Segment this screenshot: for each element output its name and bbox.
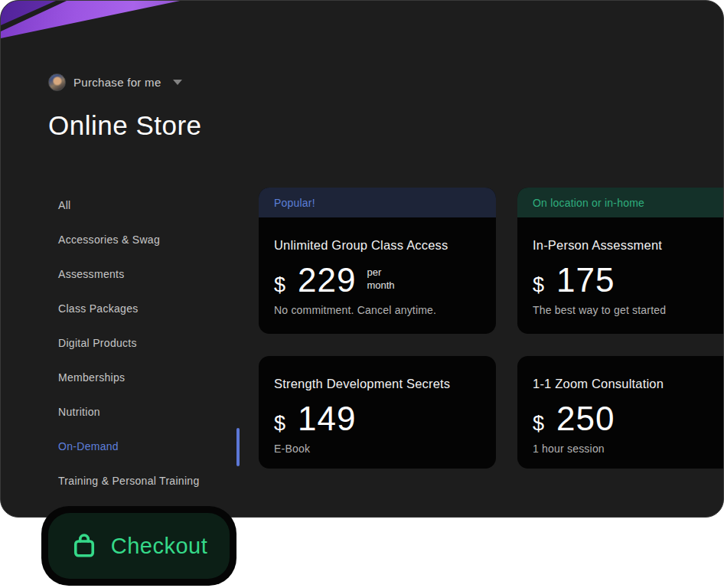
store-panel: Purchase for me Online Store All Accesso… [0,0,724,518]
price-period-line2: month [367,279,394,292]
price-amount: 149 [298,402,356,436]
popular-badge: Popular! [259,188,496,217]
product-subtitle: The best way to get started [533,304,724,316]
product-grid: Popular! Unlimited Group Class Access $ … [259,188,724,469]
card-body: Strength Development Secrets $ 149 E-Boo… [259,377,496,455]
price-period-line1: per [367,266,394,279]
price-amount: 229 [298,263,356,297]
active-category-indicator [236,428,240,466]
price-row: $ 229 per month [274,263,481,297]
category-sidebar: All Accessories & Swag Assessments Class… [58,188,234,498]
product-subtitle: 1 hour session [533,443,724,455]
price-amount: 175 [556,263,615,297]
product-subtitle: E-Book [274,443,481,455]
page-title: Online Store [48,110,202,141]
product-title: Strength Development Secrets [274,377,481,391]
purple-corner-decoration [1,1,184,41]
product-card-zoom-consultation[interactable]: 1-1 Zoom Consultation $ 250 1 hour sessi… [517,356,724,469]
product-title: In-Person Assessment [533,238,724,253]
card-body: 1-1 Zoom Consultation $ 250 1 hour sessi… [517,377,724,455]
checkout-label: Checkout [111,534,208,559]
sidebar-item-nutrition[interactable]: Nutrition [58,395,234,430]
chevron-down-icon[interactable] [173,80,182,85]
user-avatar[interactable] [48,74,66,91]
currency-symbol: $ [274,273,285,297]
product-title: Unlimited Group Class Access [274,238,481,253]
price-row: $ 175 [533,263,724,297]
purchase-for-dropdown[interactable]: Purchase for me [48,74,182,91]
purple-wedge-large [1,1,184,41]
purchase-for-label: Purchase for me [73,76,161,89]
product-card-in-person-assessment[interactable]: On location or in-home In-Person Assessm… [517,188,724,334]
currency-symbol: $ [274,412,285,436]
checkout-button-inner: Checkout [48,513,230,579]
sidebar-item-digital-products[interactable]: Digital Products [58,326,234,361]
sidebar-item-all[interactable]: All [58,188,234,223]
sidebar-item-assessments[interactable]: Assessments [58,257,234,292]
product-card-unlimited-group-class[interactable]: Popular! Unlimited Group Class Access $ … [259,188,496,334]
product-title: 1-1 Zoom Consultation [533,377,724,391]
currency-symbol: $ [533,412,544,436]
price-period: per month [367,266,394,292]
currency-symbol: $ [533,273,544,297]
price-row: $ 250 [533,402,724,436]
sidebar-item-training[interactable]: Training & Personal Training [58,464,234,498]
price-amount: 250 [556,402,615,436]
product-card-strength-secrets[interactable]: Strength Development Secrets $ 149 E-Boo… [259,356,496,469]
sidebar-item-on-demand[interactable]: On-Demand [58,430,234,464]
shopping-bag-icon [70,532,98,560]
card-body: In-Person Assessment $ 175 The best way … [517,238,724,316]
checkout-button[interactable]: Checkout [41,506,236,586]
price-row: $ 149 [274,402,481,436]
sidebar-item-class-packages[interactable]: Class Packages [58,292,234,326]
product-subtitle: No commitment. Cancel anytime. [274,304,481,316]
location-badge: On location or in-home [517,188,724,217]
sidebar-item-memberships[interactable]: Memberships [58,361,234,395]
purple-wedge-small [1,1,184,41]
card-body: Unlimited Group Class Access $ 229 per m… [259,238,496,316]
online-store-screen: Purchase for me Online Store All Accesso… [0,0,724,588]
sidebar-item-accessories-swag[interactable]: Accessories & Swag [58,223,234,257]
